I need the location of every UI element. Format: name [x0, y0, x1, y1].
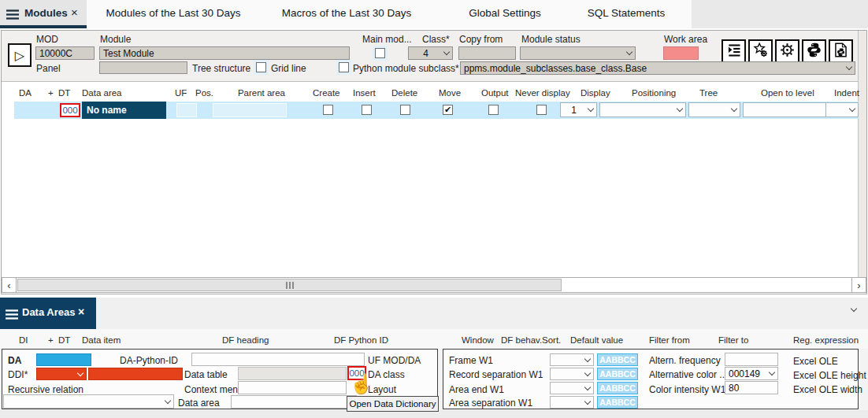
display-select[interactable]: 1	[560, 102, 597, 117]
excel-ole-width-label: Excel OLE width	[793, 384, 862, 395]
record-separation-w1-select[interactable]	[550, 368, 594, 380]
add-row-button[interactable]: +	[48, 88, 54, 98]
area-end-w1-select[interactable]	[550, 382, 594, 394]
close-tab-icon[interactable]: ×	[71, 6, 78, 19]
app-window: Modules × Modules of the Last 30 Days Ma…	[0, 0, 868, 418]
indent-select[interactable]	[825, 102, 859, 117]
col-parent-area: Parent area	[236, 88, 285, 98]
positioning-select[interactable]	[599, 102, 686, 117]
settings-button[interactable]	[775, 39, 799, 64]
data-area-cell-selected[interactable]: No name	[82, 102, 166, 119]
never-display-checkbox[interactable]	[536, 105, 547, 115]
run-macro-list-button[interactable]	[721, 39, 746, 64]
delete-checkbox[interactable]	[400, 105, 410, 115]
work-area-input[interactable]	[663, 46, 699, 60]
python-subclass-checkbox[interactable]	[339, 62, 349, 72]
col-default-value: Default value	[570, 335, 623, 346]
data-table-input[interactable]	[238, 367, 347, 380]
vertical-scrollbar[interactable]	[858, 31, 866, 277]
frame-color-chip[interactable]: AABBCC	[597, 353, 638, 366]
run-module-button[interactable]: ▷	[8, 43, 32, 67]
copy-from-input[interactable]	[458, 46, 516, 60]
ddi-select[interactable]	[36, 368, 87, 380]
dt-cell-highlighted[interactable]: 000	[60, 103, 80, 117]
chevron-down-icon	[626, 49, 632, 55]
color-intensity-w1-input[interactable]: 80	[725, 381, 778, 394]
grid-line-label: Grid line	[271, 63, 306, 74]
chevron-down-icon	[165, 397, 171, 403]
area-separation-w1-select[interactable]	[550, 396, 594, 409]
python-file-icon	[833, 42, 849, 61]
python-button[interactable]	[802, 39, 826, 64]
top-tab-bar: Modules × Modules of the Last 30 Days Ma…	[0, 0, 868, 28]
col-pos: Pos.	[195, 88, 213, 98]
open-to-level-input[interactable]	[743, 102, 831, 117]
mod-label: MOD	[36, 34, 58, 45]
area-separation-color-chip[interactable]: AABBCC	[597, 396, 638, 409]
frame-w1-label: Frame W1	[449, 355, 493, 366]
python-subclass-value: ppms.module_subclasses.base_class.Base	[464, 63, 647, 74]
tab-modules[interactable]: Modules ×	[0, 0, 87, 28]
area-end-color-chip[interactable]: AABBCC	[597, 382, 638, 394]
alternative-color-select[interactable]: 000149	[725, 367, 778, 380]
da-class-label: DA class	[368, 369, 405, 380]
scroll-right-button[interactable]: ›	[851, 278, 866, 292]
tree-select[interactable]	[688, 102, 740, 117]
da-field[interactable]	[36, 353, 91, 366]
class-label: Class*	[422, 34, 450, 45]
python-subclass-select[interactable]: ppms.module_subclasses.base_class.Base	[460, 61, 855, 75]
uf-cell[interactable]	[176, 103, 197, 117]
output-checkbox[interactable]	[488, 105, 499, 115]
run-list-icon	[726, 43, 742, 61]
mod-input[interactable]: 10000C	[35, 46, 95, 60]
scroll-left-button[interactable]: ‹	[2, 278, 17, 292]
add-item-button[interactable]: +	[48, 335, 54, 346]
horizontal-scrollbar[interactable]: ‹ ›	[2, 277, 866, 293]
col-filter-to: Filter to	[718, 335, 748, 346]
star-gear-icon	[752, 42, 769, 61]
frame-w1-select[interactable]	[550, 353, 594, 366]
data-area-input[interactable]	[231, 395, 357, 409]
menu-icon[interactable]	[6, 9, 19, 23]
da-python-id-label: DA-Python-ID	[120, 355, 178, 366]
grid-line-checkbox[interactable]	[256, 62, 266, 72]
ddi-field[interactable]	[88, 368, 183, 380]
col-dt2: DT	[58, 335, 70, 346]
chevron-down-icon	[584, 398, 591, 404]
insert-checkbox[interactable]	[362, 105, 372, 115]
python-file-button[interactable]	[829, 39, 853, 64]
da-python-id-input[interactable]	[191, 353, 365, 366]
main-mod-checkbox[interactable]	[375, 48, 385, 58]
close-tab-icon[interactable]: ×	[78, 305, 84, 318]
tab-data-areas[interactable]: Data Areas ×	[0, 298, 96, 329]
move-checkbox[interactable]: ✔	[443, 105, 453, 115]
altern-frequency-input[interactable]	[725, 353, 778, 366]
work-area-label: Work area	[664, 34, 707, 45]
python-subclass-label: Python module subclass*	[353, 63, 459, 74]
recursive-relation-select[interactable]	[3, 394, 174, 409]
tab-macros-last-30-days[interactable]: Macros of the Last 30 Days	[272, 7, 421, 19]
menu-icon[interactable]	[6, 309, 18, 323]
class-value: 4	[423, 48, 428, 59]
module-status-select[interactable]	[520, 46, 636, 60]
excel-ole-label: Excel OLE	[793, 356, 838, 367]
record-separation-color-chip[interactable]: AABBCC	[597, 368, 638, 380]
scrollbar-thumb[interactable]	[17, 279, 562, 291]
col-dt: DT	[58, 88, 70, 98]
context-menu-input[interactable]	[238, 381, 347, 394]
tab-global-settings[interactable]: Global Settings	[455, 7, 555, 19]
create-checkbox[interactable]	[323, 105, 333, 115]
parent-area-cell[interactable]	[213, 103, 287, 117]
module-input[interactable]: Test Module	[99, 46, 350, 60]
tab-modules-last-30-days[interactable]: Modules of the Last 30 Days	[98, 7, 248, 19]
hand-cursor-icon: ☝	[350, 373, 373, 395]
panel-input[interactable]	[99, 61, 187, 74]
class-select[interactable]: 4	[408, 46, 453, 60]
tab-sql-statements[interactable]: SQL Statements	[576, 7, 677, 19]
module-status-label: Module status	[521, 34, 581, 45]
col-tree: Tree	[699, 88, 718, 98]
star-gear-settings-button[interactable]	[748, 39, 773, 64]
tabbar-filler	[692, 0, 868, 28]
col-move: Move	[439, 88, 461, 98]
col-filter-from: Filter from	[649, 335, 690, 346]
